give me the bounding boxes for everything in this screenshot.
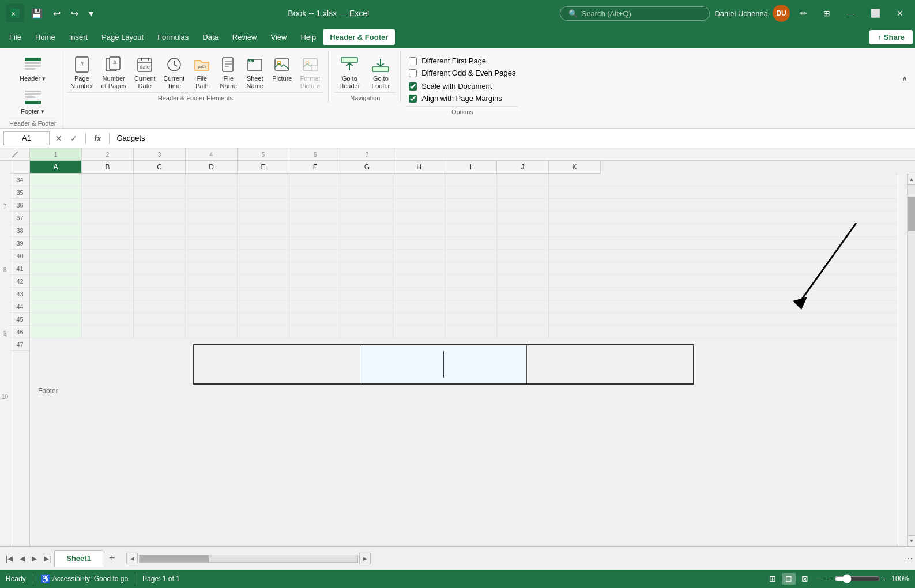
grid-cell[interactable] (341, 250, 393, 262)
grid-cell[interactable] (82, 326, 134, 338)
scroll-down-button[interactable]: ▼ (908, 535, 915, 546)
grid-cell[interactable] (445, 313, 497, 325)
grid-cell[interactable] (82, 250, 134, 262)
grid-cell[interactable] (393, 237, 445, 249)
grid-cell[interactable] (289, 262, 341, 274)
grid-cell[interactable] (238, 186, 289, 198)
grid-cell[interactable] (341, 186, 393, 198)
go-to-header-button[interactable]: Go toHeader (334, 53, 364, 92)
menu-page-layout[interactable]: Page Layout (95, 29, 150, 45)
grid-cell[interactable] (82, 275, 134, 287)
diff-odd-even-option[interactable]: Different Odd & Even Pages (409, 69, 515, 77)
grid-cell[interactable] (341, 300, 393, 312)
col-header-B[interactable]: B (82, 161, 134, 174)
menu-header-footer[interactable]: Header & Footer (323, 29, 395, 45)
diff-first-page-checkbox[interactable] (409, 57, 417, 65)
picture-button[interactable]: Picture (269, 53, 295, 85)
grid-cell[interactable] (238, 212, 289, 224)
grid-cell[interactable] (445, 262, 497, 274)
grid-cell[interactable] (289, 237, 341, 249)
pen-icon[interactable]: ✏ (794, 6, 813, 20)
scale-with-doc-option[interactable]: Scale with Document (409, 82, 515, 91)
grid-cell[interactable] (30, 174, 82, 186)
grid-cell[interactable] (341, 262, 393, 274)
grid-cell[interactable] (134, 212, 186, 224)
grid-cell[interactable] (30, 300, 82, 312)
grid-cell[interactable] (30, 262, 82, 274)
grid-cell[interactable] (549, 212, 601, 224)
grid-cell[interactable] (82, 199, 134, 211)
zoom-slider[interactable] (834, 574, 880, 583)
h-scroll-track[interactable] (139, 555, 358, 563)
grid-cell[interactable] (341, 288, 393, 300)
scale-with-doc-checkbox[interactable] (409, 82, 417, 91)
grid-cell[interactable] (238, 288, 289, 300)
qat-dropdown-button[interactable]: ▾ (85, 6, 97, 21)
grid-cell[interactable] (186, 237, 238, 249)
grid-cell[interactable] (30, 224, 82, 236)
col-header-C[interactable]: C (134, 161, 186, 174)
grid-cell[interactable] (289, 199, 341, 211)
grid-cell[interactable] (289, 250, 341, 262)
grid-cell[interactable] (289, 300, 341, 312)
sheet-nav-last-button[interactable]: ▶| (40, 552, 54, 565)
grid-cell[interactable] (549, 300, 601, 312)
grid-cell[interactable] (341, 174, 393, 186)
col-header-I[interactable]: I (445, 161, 497, 174)
grid-cell[interactable] (393, 288, 445, 300)
grid-cell[interactable] (393, 300, 445, 312)
grid-cell[interactable] (497, 199, 549, 211)
grid-cell[interactable] (134, 250, 186, 262)
grid-cell[interactable] (186, 250, 238, 262)
grid-cell[interactable] (30, 288, 82, 300)
sheet-tab-sheet1[interactable]: Sheet1 (54, 550, 103, 567)
vertical-scrollbar[interactable]: ▲ ▼ (907, 174, 915, 546)
header-button[interactable]: Header ▾ (16, 53, 50, 85)
grid-cell[interactable] (186, 300, 238, 312)
scroll-up-button[interactable]: ▲ (908, 174, 915, 185)
grid-cell[interactable] (134, 288, 186, 300)
col-header-G[interactable]: G (341, 161, 393, 174)
grid-cell[interactable] (289, 212, 341, 224)
cancel-formula-button[interactable]: ✕ (52, 133, 66, 144)
grid-cell[interactable] (134, 174, 186, 186)
grid-cell[interactable] (341, 326, 393, 338)
grid-cell[interactable] (393, 199, 445, 211)
confirm-formula-button[interactable]: ✓ (67, 133, 81, 144)
normal-view-button[interactable]: ⊞ (766, 573, 780, 585)
page-number-button[interactable]: # PageNumber (67, 53, 96, 92)
footer-left-section[interactable] (194, 345, 360, 383)
grid-cell[interactable] (549, 275, 601, 287)
grid-cell[interactable] (445, 224, 497, 236)
grid-cell[interactable] (30, 313, 82, 325)
grid-cell[interactable] (393, 262, 445, 274)
grid-cell[interactable] (134, 300, 186, 312)
grid-cell[interactable] (82, 300, 134, 312)
h-scroll-thumb[interactable] (140, 555, 209, 562)
grid-cell[interactable] (186, 224, 238, 236)
grid-cell[interactable] (445, 174, 497, 186)
add-sheet-button[interactable]: + (104, 550, 120, 567)
page-break-view-button[interactable]: ⊠ (798, 573, 812, 585)
grid-cell[interactable] (549, 262, 601, 274)
sheet-nav-prev-button[interactable]: ◀ (16, 552, 28, 565)
sheet-nav-next-button[interactable]: ▶ (28, 552, 40, 565)
grid-cell[interactable] (134, 199, 186, 211)
grid-cell[interactable] (497, 174, 549, 186)
grid-cell[interactable] (497, 237, 549, 249)
grid-cell[interactable] (238, 275, 289, 287)
grid-cell[interactable] (82, 313, 134, 325)
col-header-A[interactable]: A (30, 161, 82, 174)
grid-cell[interactable] (497, 212, 549, 224)
align-margins-option[interactable]: Align with Page Margins (409, 94, 515, 103)
grid-cell[interactable] (30, 237, 82, 249)
current-date-button[interactable]: date CurrentDate (131, 53, 159, 92)
col-header-K[interactable]: K (549, 161, 601, 174)
grid-cell[interactable] (134, 262, 186, 274)
menu-home[interactable]: Home (28, 29, 62, 45)
grid-cell[interactable] (549, 186, 601, 198)
grid-cell[interactable] (186, 174, 238, 186)
footer-input-box[interactable] (193, 344, 694, 385)
menu-help[interactable]: Help (293, 29, 323, 45)
redo-button[interactable]: ↪ (67, 6, 82, 21)
